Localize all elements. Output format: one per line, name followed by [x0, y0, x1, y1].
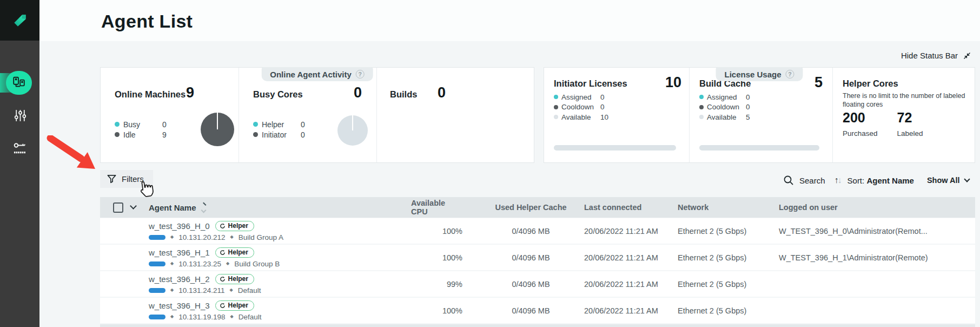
sidebar-item-agents[interactable] — [6, 71, 32, 95]
separator-diamond: ◆ — [170, 235, 174, 239]
legend-item: Busy 0 — [115, 119, 167, 129]
cpu-usage-bar — [149, 288, 165, 293]
panel-tab-label: Online Agent Activity — [270, 70, 352, 79]
agent-name-link[interactable]: w_test_396_H_1 — [149, 248, 210, 257]
legend-label: Available — [707, 113, 746, 121]
builds-value: 0 — [438, 84, 446, 101]
brand-logo-icon — [11, 12, 29, 29]
legend-value: 5 — [746, 113, 750, 121]
badge-label: Helper — [228, 302, 248, 309]
sort-direction-icon[interactable]: ↑↓ — [835, 175, 841, 185]
legend-label: Idle — [123, 130, 162, 139]
table-row[interactable]: w_test_396_H_2 Helper ◆ 10.131.24.211 ◆ … — [100, 271, 975, 297]
search-button[interactable]: Search — [783, 175, 825, 186]
sort-label: Sort: — [847, 176, 865, 185]
agent-group: Default — [239, 313, 262, 321]
help-icon[interactable]: ? — [356, 70, 365, 79]
select-menu-chevron-icon[interactable] — [130, 202, 137, 210]
available-dot — [699, 115, 704, 119]
purchased-value: 200 — [843, 110, 878, 126]
logged-on-user-cell: W_TEST_396_H_0\Administrator(Remot... — [768, 218, 975, 244]
sidebar-item-license[interactable] — [13, 141, 27, 155]
legend-label: Busy — [123, 120, 162, 129]
brand-logo[interactable] — [0, 0, 39, 41]
filter-funnel-icon — [107, 174, 117, 184]
helper-role-icon — [220, 250, 226, 256]
separator-diamond: ◆ — [170, 261, 174, 266]
sidebar — [0, 0, 39, 327]
available-cpu-cell: 100% — [411, 298, 473, 323]
column-label: Agent Name — [149, 203, 196, 212]
legend-item: Cooldown 0 — [699, 102, 750, 113]
helper-badge: Helper — [215, 274, 254, 284]
last-connected-cell: 20/06/2022 11:21 AM — [573, 218, 668, 244]
separator-diamond: ◆ — [230, 235, 234, 239]
sidebar-item-settings[interactable] — [13, 108, 27, 122]
badge-label: Helper — [228, 248, 248, 256]
online-machines-legend: Busy 0 Idle 9 — [115, 119, 167, 140]
labeled-stat: 72 Labeled — [897, 110, 923, 138]
cpu-usage-bar — [149, 235, 165, 240]
help-icon[interactable]: ? — [786, 70, 794, 79]
sort-control[interactable]: Sort: Agent Name — [847, 176, 914, 185]
legend-value: 0 — [746, 103, 750, 111]
agent-name-link[interactable]: w_test_396_H_3 — [149, 301, 210, 310]
sort-value: Agent Name — [866, 176, 914, 185]
helper-cores-description: There is no limit to the number of label… — [843, 91, 980, 109]
network-cell: Ethernet 2 (5 Gbps) — [668, 271, 768, 297]
build-cache-usage-bar — [699, 145, 819, 151]
table-row[interactable]: w_test_396_H_1 Helper ◆ 10.131.23.25 ◆ B… — [100, 245, 975, 270]
table-row[interactable]: w_test_396_H_0 Helper ◆ 10.131.20.212 ◆ … — [100, 218, 975, 244]
legend-value: 0 — [600, 103, 608, 111]
helper-badge: Helper — [215, 247, 254, 258]
labeled-value: 72 — [897, 110, 923, 126]
column-header-last-connected: Last connected — [573, 203, 668, 212]
initiator-legend: Assigned 0 Cooldown 0 Available 10 — [554, 92, 608, 122]
license-key-icon — [13, 141, 27, 155]
table-row[interactable]: w_test_396_H_3 Helper ◆ 10.131.19.198 ◆ … — [100, 298, 975, 323]
legend-value: 0 — [600, 93, 608, 101]
legend-label: Cooldown — [561, 103, 600, 111]
available-cpu-cell: 100% — [411, 245, 473, 270]
hand-cursor — [136, 178, 156, 202]
logged-on-user-cell: W_TEST_396_H_1\Administrator(Remote) — [768, 245, 975, 270]
logged-on-user-cell — [768, 271, 975, 297]
separator-diamond: ◆ — [170, 315, 174, 319]
section-title: Initiator Licenses — [554, 79, 627, 89]
legend-value: 0 — [301, 120, 305, 129]
show-all-label: Show All — [927, 176, 960, 185]
last-connected-cell: 20/06/2022 11:21 AM — [573, 271, 668, 297]
agent-name-link[interactable]: w_test_396_H_0 — [149, 221, 210, 231]
cpu-usage-bar — [149, 261, 165, 266]
busy-cores-section: Busy Cores 0 Helper 0 Initiator 0 — [239, 68, 376, 162]
agent-ip: 10.131.24.211 — [178, 286, 224, 295]
busy-cores-value: 0 — [354, 84, 362, 101]
builds-section: Builds 0 — [376, 68, 534, 162]
cooldown-dot — [554, 105, 558, 109]
column-header-agent-name[interactable]: Agent Name — [149, 203, 411, 212]
online-machines-section: Online Machines 9 Busy 0 Idle 9 — [101, 68, 239, 162]
network-cell: Ethernet 2 (5 Gbps) — [668, 245, 768, 270]
separator-diamond: ◆ — [226, 261, 229, 266]
next-row-partial — [100, 324, 975, 327]
build-cache-legend: Assigned 0 Cooldown 0 Available 5 — [699, 92, 750, 122]
build-cache-section: Build Cache 5 Assigned 0 Cooldown 0 Avai… — [689, 68, 832, 162]
used-helper-cache-cell: 0/4096 MB — [473, 218, 573, 244]
hide-status-bar-button[interactable]: Hide Status Bar — [901, 51, 971, 60]
network-cell: Ethernet 2 (5 Gbps) — [668, 218, 768, 244]
column-header-available-cpu: Available CPU — [411, 199, 473, 216]
busy-cores-legend: Helper 0 Initiator 0 — [253, 119, 305, 140]
assigned-dot — [699, 95, 704, 99]
helper-badge: Helper — [215, 300, 254, 311]
build-cache-value: 5 — [815, 74, 823, 91]
used-helper-cache-cell: 0/4096 MB — [473, 298, 573, 323]
legend-value: 0 — [746, 93, 750, 101]
badge-label: Helper — [228, 275, 248, 283]
helper-role-icon — [220, 276, 226, 282]
section-title: Busy Cores — [253, 89, 303, 100]
legend-value: 10 — [600, 113, 608, 121]
select-all-checkbox[interactable] — [113, 202, 123, 213]
show-all-dropdown[interactable]: Show All — [927, 176, 969, 185]
legend-label: Available — [561, 113, 600, 121]
agent-name-link[interactable]: w_test_396_H_2 — [149, 274, 210, 284]
